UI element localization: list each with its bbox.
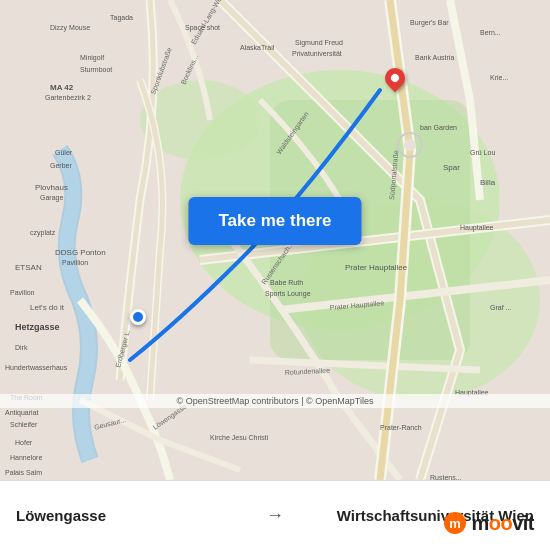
svg-text:Bank Austria: Bank Austria	[415, 54, 454, 61]
svg-text:Antiquariat: Antiquariat	[5, 409, 39, 417]
svg-text:Güler: Güler	[55, 149, 73, 156]
svg-text:Sigmund Freud: Sigmund Freud	[295, 39, 343, 47]
moovit-icon: m	[443, 511, 467, 535]
svg-text:Hundertwasserhaus: Hundertwasserhaus	[5, 364, 68, 371]
svg-text:Pavillon: Pavillon	[10, 289, 35, 296]
map-container: Sportklubstraße Bocklins... Hauptallee P…	[0, 0, 550, 480]
svg-text:czyplatz: czyplatz	[30, 229, 56, 237]
svg-text:Minigolf: Minigolf	[80, 54, 104, 62]
route-from: Löwengasse	[16, 507, 254, 524]
svg-text:Dizzy Mouse: Dizzy Mouse	[50, 24, 90, 32]
svg-text:Sturmboot: Sturmboot	[80, 66, 112, 73]
svg-text:Billa: Billa	[480, 178, 496, 187]
route-arrow: →	[266, 505, 284, 526]
svg-text:Grü Lou: Grü Lou	[470, 149, 495, 156]
svg-text:Krie...: Krie...	[490, 74, 508, 81]
svg-text:MA 42: MA 42	[50, 83, 74, 92]
svg-text:Kirche Jesu Christi: Kirche Jesu Christi	[210, 434, 269, 441]
svg-text:Pavillion: Pavillion	[62, 259, 88, 266]
svg-text:Gartenbezirk 2: Gartenbezirk 2	[45, 94, 91, 101]
moovit-logo: m moovit	[443, 511, 534, 535]
svg-text:Garage: Garage	[40, 194, 63, 202]
svg-text:Tagada: Tagada	[110, 14, 133, 22]
svg-text:ban Garden: ban Garden	[420, 124, 457, 131]
map-attribution: © OpenStreetMap contributors | © OpenMap…	[0, 394, 550, 408]
moovit-logo-text: moovit	[471, 512, 534, 535]
svg-text:Babe Ruth: Babe Ruth	[270, 279, 303, 286]
svg-text:Sports Lounge: Sports Lounge	[265, 290, 311, 298]
take-me-there-button[interactable]: Take me there	[188, 197, 361, 245]
svg-text:Burger's Bar: Burger's Bar	[410, 19, 449, 27]
svg-text:Prater Hauptallee: Prater Hauptallee	[345, 263, 408, 272]
svg-text:Palais Salm: Palais Salm	[5, 469, 42, 476]
svg-text:DDSG Ponton: DDSG Ponton	[55, 248, 106, 257]
svg-text:Plovhaus: Plovhaus	[35, 183, 68, 192]
svg-text:Hauptallee: Hauptallee	[460, 224, 494, 232]
svg-text:m: m	[450, 516, 462, 531]
svg-text:Graf ...: Graf ...	[490, 304, 511, 311]
svg-text:Hannelore: Hannelore	[10, 454, 42, 461]
svg-text:Schleifer: Schleifer	[10, 421, 38, 428]
svg-text:AlaskaTrail: AlaskaTrail	[240, 44, 275, 51]
svg-text:Spar: Spar	[443, 163, 460, 172]
svg-text:Let's do it: Let's do it	[30, 303, 65, 312]
svg-text:Prater-Ranch: Prater-Ranch	[380, 424, 422, 431]
svg-text:ETSAN: ETSAN	[15, 263, 42, 272]
svg-point-64	[404, 139, 416, 151]
svg-text:Hofer: Hofer	[15, 439, 33, 446]
svg-text:Gerber: Gerber	[50, 162, 72, 169]
svg-text:Bern...: Bern...	[480, 29, 501, 36]
bottom-bar: Löwengasse → Wirtschaftsuniversität Wien…	[0, 480, 550, 550]
origin-pin	[130, 309, 146, 325]
svg-text:Space shot: Space shot	[185, 24, 220, 32]
svg-text:Dirk: Dirk	[15, 344, 28, 351]
svg-text:Hetzgasse: Hetzgasse	[15, 322, 60, 332]
svg-text:Privatuniversität: Privatuniversität	[292, 50, 342, 57]
